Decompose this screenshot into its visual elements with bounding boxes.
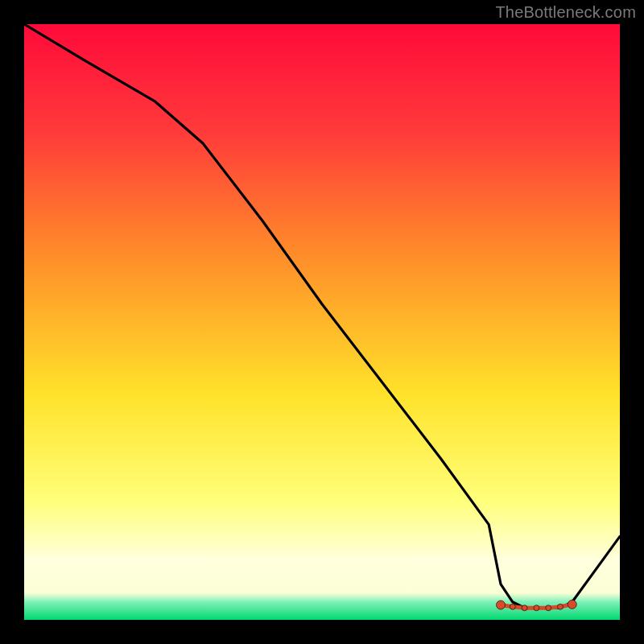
gradient-background — [24, 24, 620, 620]
flat-segment-marker — [568, 600, 576, 609]
chart-svg — [24, 24, 620, 620]
flat-segment-marker — [546, 605, 551, 611]
flat-segment-marker — [497, 601, 506, 609]
chart-frame: TheBottleneck.com — [0, 0, 644, 644]
plot-area — [24, 24, 620, 620]
attribution-label: TheBottleneck.com — [495, 3, 636, 22]
flat-segment-marker — [558, 604, 564, 609]
flat-segment-marker — [510, 604, 515, 609]
flat-segment-marker — [522, 605, 527, 611]
flat-segment-marker — [534, 605, 539, 611]
